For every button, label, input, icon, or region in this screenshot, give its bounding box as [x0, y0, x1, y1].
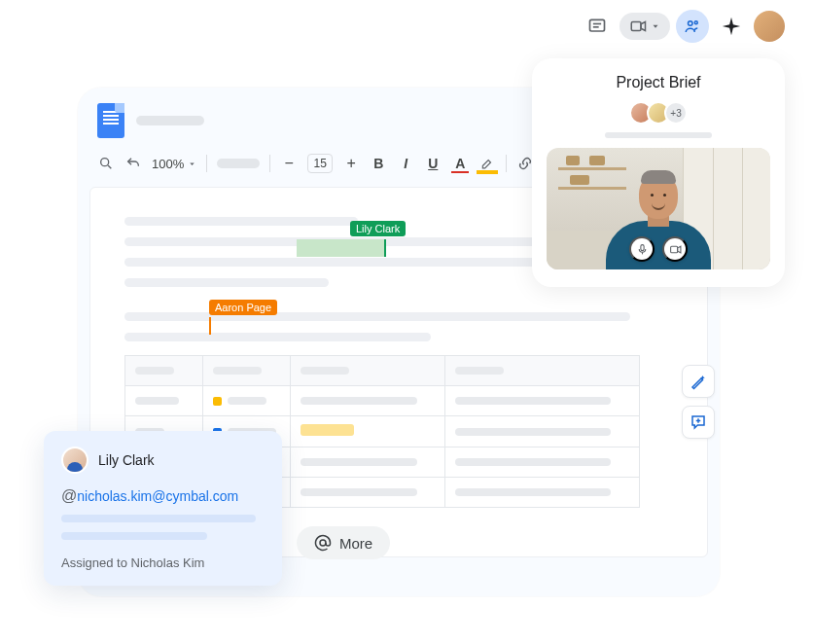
more-label: More: [339, 535, 372, 552]
table-row[interactable]: [125, 386, 640, 416]
comment-author-avatar[interactable]: [61, 447, 88, 474]
underline-button[interactable]: U: [424, 156, 442, 171]
share-people-icon: [684, 18, 701, 35]
svg-line-9: [108, 165, 111, 168]
svg-point-23: [320, 540, 326, 546]
highlight-button[interactable]: [478, 156, 496, 172]
add-comment-button[interactable]: [682, 406, 715, 439]
smart-compose-button[interactable]: [682, 365, 715, 398]
bold-button[interactable]: B: [370, 156, 387, 171]
mic-icon: [636, 243, 649, 256]
video-icon: [629, 18, 647, 35]
collab-cursor-green-label: Lily Clark: [350, 221, 406, 236]
comment-author-name: Lily Clark: [98, 452, 155, 468]
brief-participants: +3: [546, 101, 771, 125]
magic-pencil-icon: [690, 373, 707, 390]
svg-point-6: [689, 21, 693, 26]
top-user-toolbar: [581, 10, 785, 43]
increase-font-button[interactable]: +: [342, 155, 360, 172]
svg-rect-3: [631, 22, 641, 31]
mention-at: @: [61, 487, 77, 504]
zoom-value: 100%: [152, 157, 184, 171]
undo-icon[interactable]: [124, 155, 142, 172]
decrease-font-button[interactable]: −: [280, 155, 298, 172]
collab-cursor-orange: [209, 317, 211, 335]
brief-subtitle-placeholder: [605, 132, 712, 138]
dropdown-caret-icon: [188, 160, 196, 168]
svg-marker-20: [677, 246, 680, 253]
meet-video-tile[interactable]: [547, 148, 770, 269]
collab-selection-green: [297, 239, 386, 257]
mention-icon: [314, 534, 332, 552]
collab-cursor-orange-label: Aaron Page: [209, 300, 277, 315]
font-size-field[interactable]: 15: [307, 154, 333, 173]
comment-popover: Lily Clark @nicholas.kim@cymbal.com Assi…: [44, 431, 282, 586]
mention-link[interactable]: nicholas.kim@cymbal.com: [77, 488, 238, 504]
svg-rect-19: [670, 246, 677, 253]
side-tools: [682, 365, 715, 439]
svg-marker-4: [641, 22, 646, 31]
account-avatar-button[interactable]: [754, 11, 785, 42]
paragraph-style-selector[interactable]: [217, 159, 260, 168]
svg-point-7: [694, 21, 697, 24]
comment-header: Lily Clark: [61, 447, 265, 474]
svg-marker-5: [654, 25, 658, 28]
chat-icon: [587, 17, 607, 36]
gemini-star-icon: [721, 16, 742, 37]
share-button[interactable]: [676, 10, 709, 43]
search-icon[interactable]: [97, 155, 115, 172]
start-meet-button[interactable]: [619, 13, 670, 40]
more-chip-button[interactable]: More: [297, 526, 390, 559]
toggle-mic-button[interactable]: [629, 236, 655, 262]
comment-body[interactable]: @nicholas.kim@cymbal.com: [61, 487, 265, 505]
participant-overflow-count[interactable]: +3: [664, 101, 688, 125]
svg-marker-10: [191, 162, 195, 165]
google-docs-icon: [97, 103, 124, 138]
zoom-selector[interactable]: 100%: [152, 157, 196, 171]
gemini-ai-button[interactable]: [715, 10, 748, 43]
toggle-camera-button[interactable]: [662, 236, 688, 262]
text-color-button[interactable]: A: [451, 156, 469, 171]
italic-button[interactable]: I: [397, 156, 414, 171]
assignment-text: Assigned to Nicholas Kim: [61, 555, 265, 570]
svg-rect-0: [590, 19, 605, 31]
svg-point-8: [101, 159, 109, 166]
camera-icon: [669, 243, 682, 256]
project-brief-panel: Project Brief +3: [532, 58, 785, 287]
dropdown-caret-icon: [651, 21, 660, 31]
comment-plus-icon: [690, 413, 707, 431]
document-title[interactable]: [136, 116, 204, 125]
svg-rect-17: [640, 244, 643, 250]
brief-title: Project Brief: [546, 74, 771, 91]
table-header-row: [125, 356, 640, 386]
video-controls: [629, 236, 688, 262]
open-chat-button[interactable]: [581, 10, 614, 43]
